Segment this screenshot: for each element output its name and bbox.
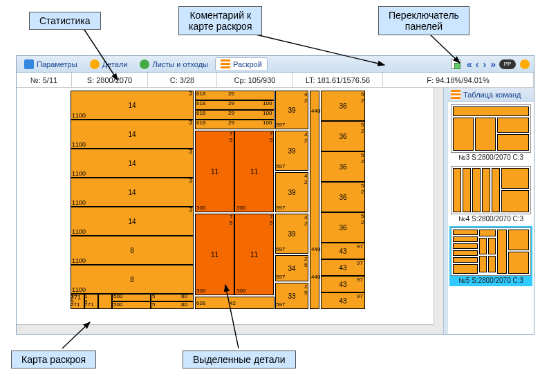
part-label: 43 bbox=[339, 297, 346, 305]
thumb-5[interactable]: №5 S:2800/2070 C:3 bbox=[449, 226, 532, 286]
part-label: 39 bbox=[288, 106, 295, 114]
part-label: 11 bbox=[250, 168, 258, 176]
dim-4: 4 bbox=[304, 215, 307, 221]
dim-5: 5 bbox=[152, 294, 155, 299]
sb-corner bbox=[434, 324, 443, 334]
part-11-sel-4[interactable]: 11 bbox=[234, 214, 274, 295]
callout-switcher: Переключатель панелей bbox=[378, 6, 469, 35]
part-36-4[interactable]: 36 bbox=[321, 182, 365, 212]
dim-97: 97 bbox=[357, 244, 363, 250]
callout-comment: Коментарий к карте раскроя bbox=[178, 6, 262, 35]
part-36-3[interactable]: 36 bbox=[321, 151, 365, 182]
part-label: 36 bbox=[339, 224, 346, 232]
h-scrollbar[interactable] bbox=[17, 324, 434, 334]
globe-icon bbox=[140, 59, 149, 69]
tab-params-label: Параметры bbox=[37, 60, 77, 68]
part-8-1[interactable]: 8 bbox=[71, 236, 194, 265]
dim-300: 300 bbox=[196, 205, 205, 211]
callout-selected: Выделенные детали bbox=[183, 351, 296, 368]
part-label: 14 bbox=[128, 189, 136, 196]
part-14-1[interactable]: 14 bbox=[71, 91, 194, 120]
dim-440: 440 bbox=[311, 109, 320, 114]
lbl-29: 29 bbox=[228, 101, 234, 106]
part-label: 14 bbox=[128, 218, 136, 225]
nav-last[interactable]: » bbox=[488, 59, 497, 69]
dim-618: 618 bbox=[196, 120, 205, 126]
dim-100: 100 bbox=[263, 111, 272, 116]
nav-first[interactable]: « bbox=[465, 59, 474, 69]
dim-7: 7 bbox=[270, 131, 272, 137]
dim-1100: 1100 bbox=[72, 113, 86, 119]
stat-n: №: 5/11 bbox=[17, 73, 72, 87]
part-11-sel-2[interactable]: 11 bbox=[234, 131, 274, 212]
nav-next[interactable]: › bbox=[481, 59, 489, 69]
dim-5: 5 bbox=[270, 138, 272, 143]
dim-4: 4 bbox=[304, 132, 307, 138]
dim-1100: 1100 bbox=[72, 200, 86, 206]
part-label: 11 bbox=[250, 251, 258, 259]
dim-440: 440 bbox=[311, 274, 320, 280]
tab-details[interactable]: Детали bbox=[84, 57, 133, 71]
panel-header-commands[interactable]: Таблица команд bbox=[448, 88, 534, 102]
dim-3v: 3 bbox=[189, 120, 192, 126]
part-8-2[interactable]: 8 bbox=[71, 265, 194, 294]
part-label: 39 bbox=[288, 189, 295, 196]
part-19-3[interactable] bbox=[98, 294, 112, 309]
part-11-sel-3[interactable]: 11 bbox=[195, 214, 234, 295]
tab-sheets[interactable]: Листы и отходы bbox=[134, 57, 214, 71]
part-36-1[interactable]: 36 bbox=[321, 91, 365, 121]
part-36-5[interactable]: 36 bbox=[321, 212, 365, 243]
dim-2: 2 bbox=[304, 138, 307, 144]
dim-19b: 19 bbox=[84, 294, 87, 305]
lbl-29: 29 bbox=[228, 120, 234, 126]
dim-5: 5 bbox=[152, 302, 155, 308]
settings-icon[interactable] bbox=[520, 59, 530, 69]
cut-viewer[interactable]: 14 14 14 14 14 8 8 1100 1100 1100 1100 1… bbox=[17, 88, 444, 334]
dim-300: 300 bbox=[236, 205, 245, 211]
dim-618: 618 bbox=[196, 101, 205, 106]
part-14-5[interactable]: 14 bbox=[71, 207, 194, 236]
dim-7: 7 bbox=[230, 131, 232, 137]
tab-cut-label: Раскрой bbox=[233, 60, 262, 68]
right-panel: Таблица команд №3 S:2800/2070 C:3 bbox=[448, 88, 534, 334]
part-14-2[interactable]: 14 bbox=[71, 120, 194, 149]
dim-1100: 1100 bbox=[72, 258, 86, 264]
part-11-sel-1[interactable]: 11 bbox=[195, 131, 234, 212]
v-scrollbar[interactable] bbox=[434, 88, 443, 324]
part-36-2[interactable]: 36 bbox=[321, 121, 365, 151]
dim-100: 100 bbox=[263, 120, 272, 126]
part-14-3[interactable]: 14 bbox=[71, 149, 194, 178]
tab-cut[interactable]: Раскрой bbox=[215, 57, 268, 71]
part-label: 43 bbox=[339, 248, 346, 255]
part-14-4[interactable]: 14 bbox=[71, 178, 194, 207]
thumb-label: №4 S:2800/2070 C:3 bbox=[451, 214, 531, 223]
thumb-4[interactable]: №4 S:2800/2070 C:3 bbox=[449, 165, 532, 225]
dim-618: 618 bbox=[196, 111, 205, 116]
dim-2: 2 bbox=[304, 221, 307, 227]
lbl-29: 29 bbox=[228, 111, 234, 116]
tab-params[interactable]: Параметры bbox=[19, 57, 83, 71]
dim-1100: 1100 bbox=[72, 229, 86, 235]
dim-1100: 1100 bbox=[72, 171, 86, 177]
nav-prev[interactable]: ‹ bbox=[474, 59, 481, 69]
dim-4: 4 bbox=[304, 174, 307, 179]
dim-1100: 1100 bbox=[72, 142, 86, 148]
dim-5: 5 bbox=[270, 221, 272, 226]
part-label: 36 bbox=[339, 194, 346, 201]
note-icon[interactable] bbox=[451, 59, 460, 69]
dim-597: 597 bbox=[276, 247, 285, 252]
part-label: 11 bbox=[211, 168, 218, 176]
dim-7: 7 bbox=[270, 214, 272, 220]
dim-80: 80 bbox=[181, 294, 187, 299]
params-icon bbox=[24, 59, 34, 69]
thumbs-list: №3 S:2800/2070 C:3 №4 S:2800/2070 C:3 bbox=[448, 102, 534, 334]
thumb-3[interactable]: №3 S:2800/2070 C:3 bbox=[449, 103, 532, 163]
dim-7: 7 bbox=[230, 214, 232, 220]
panel-switch[interactable]: PP bbox=[499, 59, 516, 69]
part-label: 39 bbox=[288, 147, 295, 155]
toolbar: Параметры Детали Листы и отходы Раскрой … bbox=[17, 56, 534, 73]
dim-97: 97 bbox=[357, 261, 363, 266]
part-26[interactable] bbox=[195, 91, 274, 100]
dim-3v: 3 bbox=[189, 149, 192, 155]
dim-3v: 3 bbox=[189, 178, 192, 184]
